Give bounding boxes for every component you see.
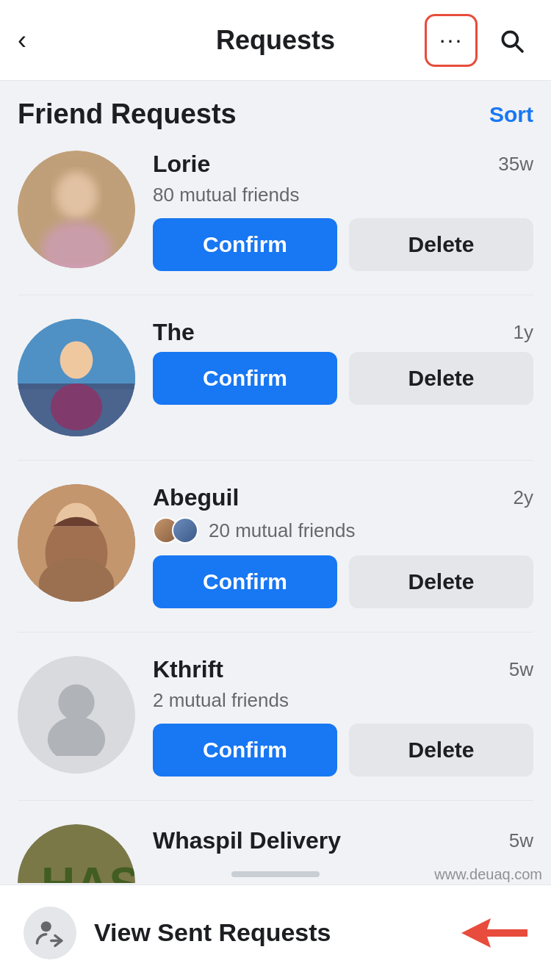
partial-request-info: Whaspil Delivery 5w	[153, 824, 533, 860]
svg-marker-20	[461, 918, 527, 948]
svg-rect-3	[18, 151, 135, 268]
delete-button[interactable]: Delete	[349, 555, 533, 608]
request-info-abeguil: Abeguil 2y 20 mutual friends Confirm Del…	[153, 484, 533, 608]
request-name: Kthrift	[153, 656, 223, 683]
view-sent-requests-label: View Sent Requests	[94, 918, 331, 947]
button-row: Confirm Delete	[153, 724, 533, 777]
confirm-button[interactable]: Confirm	[153, 352, 337, 405]
avatar-image-lorie	[18, 151, 135, 268]
watermark: www.deuaq.com	[434, 866, 542, 883]
more-options-button[interactable]: ···	[425, 14, 478, 67]
request-info-kthrift: Kthrift 5w 2 mutual friends Confirm Dele…	[153, 656, 533, 777]
svg-point-18	[41, 921, 51, 932]
section-header: Friend Requests Sort	[18, 98, 533, 130]
list-item: Abeguil 2y 20 mutual friends Confirm Del…	[18, 484, 533, 608]
section-title: Friend Requests	[18, 98, 237, 130]
request-name: Whaspil Delivery	[153, 827, 341, 854]
name-row: Abeguil 2y	[153, 484, 533, 511]
divider	[18, 800, 533, 801]
request-name: Lorie	[153, 151, 210, 178]
name-row: The 1y	[153, 319, 533, 346]
svg-rect-17	[18, 824, 135, 883]
avatar-image-abeguil	[18, 484, 135, 602]
avatar-image-kthrift	[18, 656, 135, 774]
sort-button[interactable]: Sort	[489, 102, 533, 127]
view-sent-icon	[24, 907, 76, 959]
request-time: 5w	[509, 829, 533, 852]
confirm-button[interactable]: Confirm	[153, 218, 337, 271]
delete-button[interactable]: Delete	[349, 352, 533, 405]
button-row: Confirm Delete	[153, 218, 533, 271]
search-button[interactable]	[489, 18, 533, 62]
confirm-button[interactable]: Confirm	[153, 724, 337, 777]
svg-point-12	[58, 685, 94, 721]
page-title: Requests	[216, 25, 335, 56]
arrow-indicator	[461, 915, 527, 951]
button-row: Confirm Delete	[153, 352, 533, 405]
header-actions: ···	[425, 14, 533, 67]
request-time: 2y	[514, 486, 533, 509]
svg-point-6	[60, 341, 93, 378]
bottom-bar[interactable]: View Sent Requests	[0, 884, 551, 980]
list-item: Kthrift 5w 2 mutual friends Confirm Dele…	[18, 656, 533, 777]
svg-point-13	[48, 716, 105, 756]
request-name: Abeguil	[153, 484, 239, 511]
avatar	[18, 484, 135, 602]
list-item: Lorie 35w 80 mutual friends Confirm Dele…	[18, 151, 533, 271]
header: ‹ Requests ···	[0, 0, 551, 81]
avatar	[18, 151, 135, 268]
divider	[18, 632, 533, 633]
delete-button[interactable]: Delete	[349, 724, 533, 777]
request-info-lorie: Lorie 35w 80 mutual friends Confirm Dele…	[153, 151, 533, 271]
search-icon	[497, 26, 526, 55]
avatar: HASP	[18, 824, 135, 883]
scroll-indicator	[231, 871, 320, 877]
name-row: Kthrift 5w	[153, 656, 533, 683]
mutual-friends: 2 mutual friends	[153, 689, 533, 712]
person-arrow-icon	[35, 918, 65, 948]
avatar	[18, 656, 135, 774]
main-content: Friend Requests Sort Lorie 35w	[0, 81, 551, 883]
name-row: Lorie 35w	[153, 151, 533, 178]
svg-rect-8	[18, 383, 135, 436]
list-item: The 1y Confirm Delete	[18, 319, 533, 436]
divider	[18, 295, 533, 295]
request-time: 1y	[514, 321, 533, 344]
back-button[interactable]: ‹	[18, 25, 26, 56]
three-dots-icon: ···	[439, 26, 464, 54]
avatar-image-the	[18, 319, 135, 436]
request-info-the: The 1y Confirm Delete	[153, 319, 533, 405]
avatar	[18, 319, 135, 436]
request-time: 5w	[509, 658, 533, 681]
red-arrow-icon	[461, 915, 527, 951]
mutual-avatar	[172, 517, 198, 544]
mutual-avatars	[153, 517, 198, 544]
request-time: 35w	[498, 153, 533, 176]
mutual-friends: 20 mutual friends	[153, 517, 533, 544]
mutual-friends: 80 mutual friends	[153, 184, 533, 206]
name-row: Whaspil Delivery 5w	[153, 827, 533, 854]
button-row: Confirm Delete	[153, 555, 533, 608]
request-name: The	[153, 319, 195, 346]
delete-button[interactable]: Delete	[349, 218, 533, 271]
divider	[18, 460, 533, 461]
confirm-button[interactable]: Confirm	[153, 555, 337, 608]
